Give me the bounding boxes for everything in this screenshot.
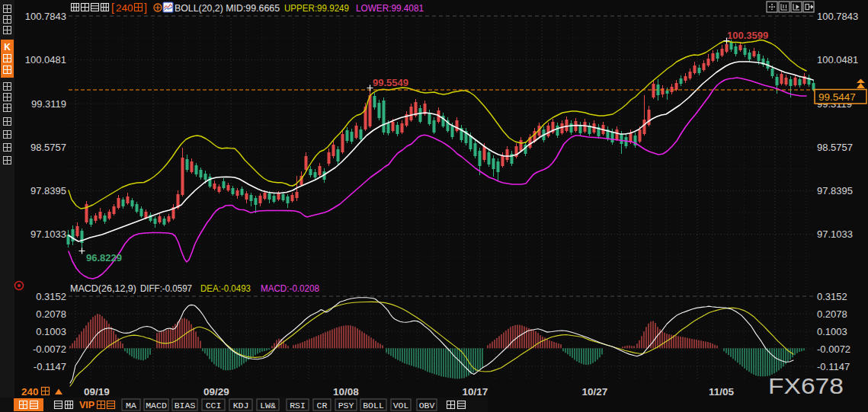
svg-text:VIP: VIP xyxy=(79,400,94,410)
svg-text:DEA:-0.0493: DEA:-0.0493 xyxy=(200,283,251,294)
svg-text:MA: MA xyxy=(126,401,136,410)
svg-text:BOLL: BOLL xyxy=(363,401,384,410)
svg-text:BOLL(20,2) MID:99.6665: BOLL(20,2) MID:99.6665 xyxy=(175,2,280,14)
svg-text:RSI: RSI xyxy=(290,401,306,410)
svg-text:97.1033: 97.1033 xyxy=(817,228,853,240)
svg-text:09/29: 09/29 xyxy=(203,386,229,398)
svg-text:MACD:-0.0208: MACD:-0.0208 xyxy=(261,283,319,294)
svg-text:-0.0072: -0.0072 xyxy=(33,343,66,355)
svg-text:98.5757: 98.5757 xyxy=(817,142,853,153)
svg-text:0.2078: 0.2078 xyxy=(817,308,847,320)
svg-text:240: 240 xyxy=(21,386,39,398)
svg-text:LOWER:99.4081: LOWER:99.4081 xyxy=(356,2,424,14)
svg-text:MACD(26,12,9): MACD(26,12,9) xyxy=(70,283,136,294)
svg-text:MACD: MACD xyxy=(146,401,167,410)
svg-text:100.0481: 100.0481 xyxy=(25,54,66,65)
svg-text:CCI: CCI xyxy=(206,401,222,410)
svg-text:0.2078: 0.2078 xyxy=(36,308,66,320)
svg-text:-0.1147: -0.1147 xyxy=(34,361,66,372)
svg-text:09/19: 09/19 xyxy=(84,386,110,398)
svg-text:0.1003: 0.1003 xyxy=(36,326,66,337)
svg-text:-0.0072: -0.0072 xyxy=(817,343,850,355)
svg-text:10/17: 10/17 xyxy=(463,386,488,398)
svg-text:10/27: 10/27 xyxy=(582,386,608,398)
svg-text:240: 240 xyxy=(116,2,133,14)
svg-text:100.7843: 100.7843 xyxy=(817,11,858,22)
svg-text:[: [ xyxy=(111,2,114,14)
svg-text:LW&: LW& xyxy=(260,401,276,410)
svg-text:97.8395: 97.8395 xyxy=(817,185,853,196)
svg-text:97.1033: 97.1033 xyxy=(30,228,66,240)
svg-text:100.0481: 100.0481 xyxy=(817,54,858,65)
svg-text:96.8229: 96.8229 xyxy=(86,252,122,263)
svg-text:98.5757: 98.5757 xyxy=(30,142,66,153)
svg-text:-0.1147: -0.1147 xyxy=(817,361,850,372)
svg-text:DIFF:-0.0597: DIFF:-0.0597 xyxy=(140,283,192,294)
svg-text:OBV: OBV xyxy=(419,401,435,410)
svg-text:0.1003: 0.1003 xyxy=(817,326,847,337)
svg-text:PSY: PSY xyxy=(338,401,354,410)
svg-text:VOL: VOL xyxy=(393,401,409,410)
svg-text:0.3152: 0.3152 xyxy=(817,291,847,302)
svg-text:CR: CR xyxy=(317,401,328,410)
svg-text:0.3152: 0.3152 xyxy=(36,291,66,302)
svg-text:BIAS: BIAS xyxy=(175,401,196,410)
svg-text:10/08: 10/08 xyxy=(333,386,359,398)
svg-text:]: ] xyxy=(144,2,147,14)
svg-text:FX678: FX678 xyxy=(768,373,844,398)
svg-text:97.8395: 97.8395 xyxy=(30,185,66,196)
svg-text:99.5549: 99.5549 xyxy=(373,77,408,88)
svg-text:100.7843: 100.7843 xyxy=(25,11,66,22)
svg-text:11/05: 11/05 xyxy=(709,386,735,398)
svg-text:99.5447: 99.5447 xyxy=(818,91,856,103)
svg-text:99.3119: 99.3119 xyxy=(31,98,66,110)
svg-text:UPPER:99.9249: UPPER:99.9249 xyxy=(284,2,349,14)
svg-text:100.3599: 100.3599 xyxy=(727,30,768,41)
svg-text:KDJ: KDJ xyxy=(233,401,249,410)
svg-text:K: K xyxy=(4,42,11,53)
